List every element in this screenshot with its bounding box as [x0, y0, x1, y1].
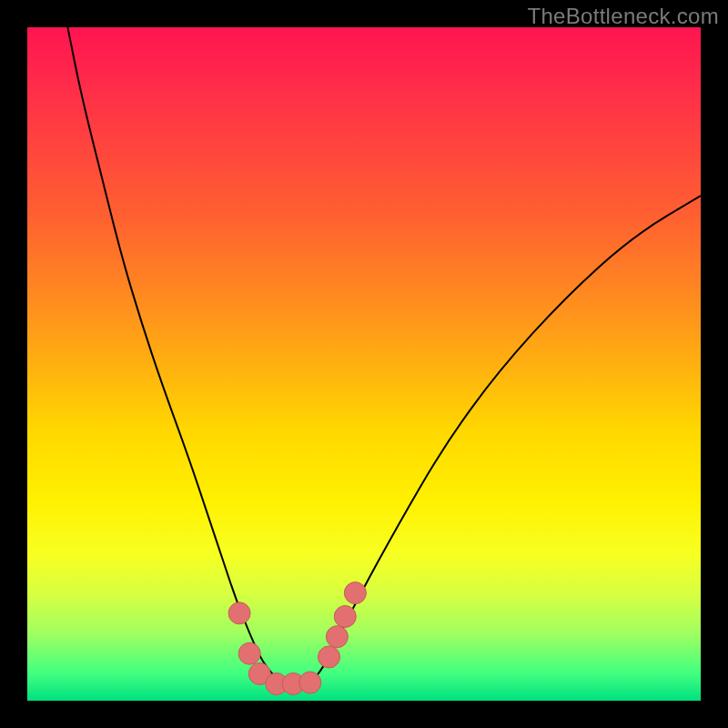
- highlight-dot: [228, 602, 250, 624]
- bottleneck-curve-line: [67, 27, 701, 684]
- watermark-text: TheBottleneck.com: [527, 4, 719, 29]
- highlight-dot: [344, 582, 366, 604]
- highlight-dot: [238, 642, 260, 664]
- highlight-dot: [334, 606, 356, 628]
- highlight-dot: [299, 672, 321, 693]
- highlight-dots-group: [228, 582, 366, 695]
- outer-frame: TheBottleneck.com: [0, 0, 728, 728]
- gradient-plot-area: [27, 27, 701, 701]
- highlight-dot: [318, 646, 340, 668]
- highlight-dot: [326, 626, 348, 648]
- chart-svg: [27, 27, 701, 701]
